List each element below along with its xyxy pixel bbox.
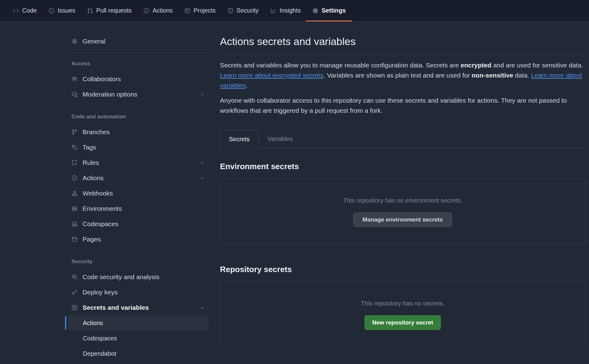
title-divider	[220, 55, 585, 55]
settings-content: Actions secrets and variables Secrets an…	[220, 21, 585, 346]
repo-nav: CodeIssuesPull requestsActionsProjectsSe…	[0, 0, 589, 21]
sidebar-section-security: Security	[65, 254, 212, 269]
sidebar-item-label: Actions	[83, 174, 104, 182]
intro-text: data.	[513, 72, 531, 79]
sidebar-item-branches[interactable]: Branches	[68, 124, 209, 140]
nav-tab-code[interactable]: Code	[8, 0, 41, 21]
sidebar-divider	[65, 52, 212, 53]
sidebar-item-label: General	[83, 38, 106, 45]
nav-tab-label: Issues	[58, 7, 75, 14]
sidebar-item-deploy-keys[interactable]: Deploy keys	[68, 285, 209, 300]
chevron-down-icon	[200, 160, 205, 165]
sidebar-item-label: Pages	[83, 236, 101, 243]
intro-text: Secrets and variables allow you to manag…	[220, 62, 460, 69]
sidebar-item-webhooks[interactable]: Webhooks	[68, 186, 209, 201]
sidebar-item-actions[interactable]: Actions	[68, 170, 209, 186]
sidebar-item-moderation-options[interactable]: Moderation options	[68, 87, 209, 102]
rules-icon	[71, 160, 78, 166]
sidebar-divider	[65, 250, 212, 251]
nav-tab-settings[interactable]: Settings	[308, 0, 350, 21]
chevron-up-icon	[200, 305, 205, 310]
nav-tab-issues[interactable]: Issues	[44, 0, 80, 21]
sidebar-section-label: Security	[71, 259, 93, 265]
settings-layout: GeneralAccessCollaboratorsModeration opt…	[0, 21, 589, 361]
play-icon	[143, 8, 149, 14]
sidebar-section-label: Code and automation	[71, 114, 126, 120]
sidebar-item-label: Secrets and variables	[83, 304, 149, 311]
nav-tab-label: Actions	[152, 7, 173, 14]
branch-icon	[71, 129, 78, 135]
sidebar-item-label: Actions	[83, 320, 103, 327]
sidebar-item-label: Dependabot	[83, 350, 116, 357]
repository-secrets-heading: Repository secrets	[220, 265, 585, 274]
nav-tab-label: Security	[237, 7, 259, 14]
sidebar-item-label: Rules	[83, 159, 99, 166]
play-icon	[71, 175, 78, 181]
code-scan-icon	[71, 274, 78, 280]
nav-tab-security[interactable]: Security	[223, 0, 263, 21]
sidebar-item-pages[interactable]: Pages	[68, 232, 209, 247]
github-settings-page: { "nav": { "items": [ {"label": "Code", …	[0, 0, 589, 364]
emphasis-text: encrypted	[460, 62, 491, 69]
nav-tab-label: Pull requests	[96, 7, 132, 14]
sidebar-section-label: Access	[71, 61, 90, 67]
chevron-down-icon	[200, 92, 205, 97]
access-paragraph: Anyone with collaborator access to this …	[220, 95, 585, 116]
new-repository-secret-button[interactable]: New repository secret	[364, 315, 441, 330]
sidebar-item-codespaces[interactable]: Codespaces	[68, 331, 209, 346]
code-icon	[13, 8, 19, 14]
secrets-variables-tabs: SecretsVariables	[220, 130, 585, 148]
issue-icon	[48, 8, 55, 14]
nav-tab-label: Insights	[279, 7, 301, 14]
sidebar-item-label: Environments	[83, 205, 122, 212]
graph-icon	[270, 8, 276, 14]
nav-tab-insights[interactable]: Insights	[266, 0, 305, 21]
sidebar-item-environments[interactable]: Environments	[68, 201, 209, 216]
intro-text: and are used for sensitive data.	[491, 62, 583, 69]
table-icon	[184, 8, 191, 14]
sidebar-section-code-and-automation: Code and automation	[65, 109, 212, 124]
sidebar-item-actions[interactable]: Actions	[68, 315, 209, 331]
nav-tab-pull-requests[interactable]: Pull requests	[83, 0, 137, 21]
comment-discussion-icon	[71, 91, 78, 97]
sidebar-item-tags[interactable]: Tags	[68, 140, 209, 155]
intro-text: . Variables are shown as plain text and …	[323, 72, 472, 79]
sidebar-item-label: Collaborators	[83, 75, 121, 83]
gear-icon	[312, 8, 318, 14]
tab-variables[interactable]: Variables	[259, 130, 302, 148]
sidebar-item-rules[interactable]: Rules	[68, 155, 209, 170]
intro-text: .	[246, 82, 248, 89]
sidebar-item-collaborators[interactable]: Collaborators	[68, 71, 209, 87]
browser-icon	[71, 236, 78, 242]
sidebar-item-label: Codespaces	[83, 335, 117, 342]
people-icon	[71, 76, 78, 82]
pull-request-icon	[87, 8, 93, 14]
key-asterisk-icon	[71, 305, 78, 311]
nav-tab-label: Settings	[321, 7, 346, 14]
sidebar-item-secrets-and-variables[interactable]: Secrets and variables	[68, 300, 209, 315]
secrets-sections: Environment secretsThis repository has n…	[220, 162, 585, 346]
codespaces-icon	[71, 221, 78, 227]
learn-more-about-encrypted-secrets-link[interactable]: Learn more about encrypted secrets	[220, 72, 323, 79]
nav-tab-label: Projects	[194, 7, 216, 14]
sidebar-item-label: Webhooks	[83, 190, 113, 197]
sidebar-divider	[65, 105, 212, 106]
sidebar-item-label: Codespaces	[83, 220, 118, 228]
page-title: Actions secrets and variables	[220, 36, 585, 47]
tab-secrets[interactable]: Secrets	[220, 130, 259, 148]
sidebar-item-label: Tags	[83, 144, 96, 151]
gear-icon	[71, 38, 78, 44]
manage-environment-secrets-button[interactable]: Manage environment secrets	[353, 212, 452, 227]
nav-tab-actions[interactable]: Actions	[139, 0, 177, 21]
intro-paragraph: Secrets and variables allow you to manag…	[220, 60, 585, 90]
sidebar-item-code-security-and-analysis[interactable]: Code security and analysis	[68, 269, 209, 285]
sidebar-section-access: Access	[65, 56, 212, 71]
nav-tab-projects[interactable]: Projects	[180, 0, 220, 21]
sidebar-item-general[interactable]: General	[68, 34, 209, 49]
tag-icon	[71, 144, 78, 150]
sidebar-item-codespaces[interactable]: Codespaces	[68, 216, 209, 232]
sidebar-item-label: Moderation options	[83, 91, 137, 98]
sidebar-item-dependabot[interactable]: Dependabot	[68, 346, 209, 361]
environment-secrets-heading: Environment secrets	[220, 162, 585, 171]
repo-nav-items: CodeIssuesPull requestsActionsProjectsSe…	[7, 0, 352, 21]
